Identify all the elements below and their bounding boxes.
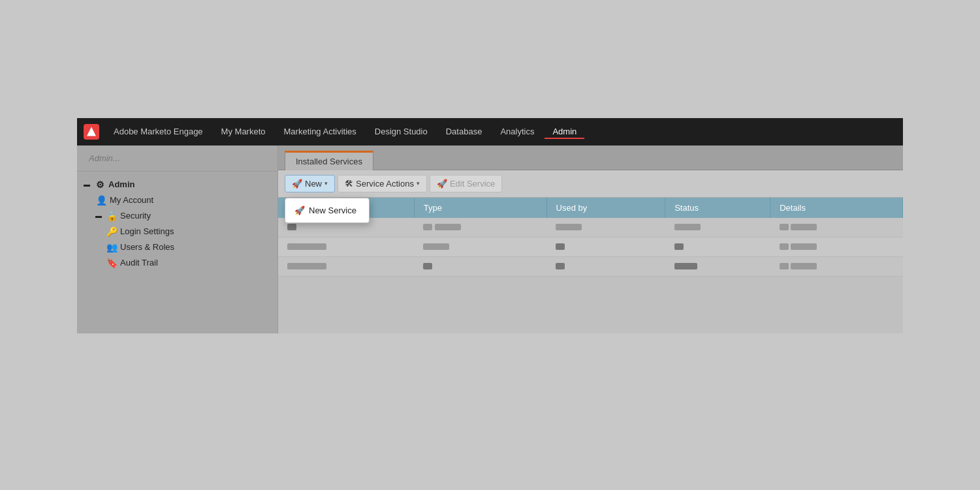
col-details: Details [770,198,903,218]
table-container: Name Type Used by Status Details [278,198,903,333]
tools-icon-actions: 🛠 [345,179,353,189]
cell-type-2 [414,237,546,256]
table-row[interactable] [278,237,903,256]
app-window: Adobe Marketo Engage My Marketo Marketin… [77,118,903,333]
cell-type-3 [414,256,546,276]
service-actions-button[interactable]: 🛠 Service Actions ▾ [338,175,427,192]
tab-installed-services-label: Installed Services [296,157,362,166]
cell-details-2 [770,237,903,256]
cell-name-3 [278,256,414,276]
service-actions-label: Service Actions [356,179,414,189]
toolbar: 🚀 New ▾ 🛠 Service Actions ▾ 🚀 Edit Servi… [278,170,903,198]
app-logo[interactable] [84,124,99,140]
bookmark-icon: 🔖 [106,258,118,268]
services-table: Name Type Used by Status Details [278,198,903,277]
tree-item-login-settings[interactable]: 🔑 Login Settings [77,224,277,239]
nav-admin[interactable]: Admin [545,124,584,139]
col-type: Type [414,198,546,218]
cell-type-1 [414,218,546,237]
nav-database[interactable]: Database [438,124,490,139]
tree-item-my-account[interactable]: 👤 My Account [77,192,277,208]
tree-label-security: Security [120,211,151,221]
new-chevron: ▾ [324,180,328,187]
tree-label-login-settings: Login Settings [120,226,174,236]
cell-status-2 [665,237,770,256]
nav-my-marketo[interactable]: My Marketo [213,124,274,139]
main-content: ▬ ⚙ Admin 👤 My Account ▬ 🔒 Security 🔑 Lo… [77,145,903,333]
new-button[interactable]: 🚀 New ▾ [285,175,335,192]
right-panel: Installed Services 🚀 New ▾ 🛠 Service Act… [278,145,903,333]
table-row[interactable] [278,256,903,276]
cell-usedby-3 [546,256,665,276]
nav-design-studio[interactable]: Design Studio [367,124,435,139]
table-header-row: Name Type Used by Status Details [278,198,903,218]
key-icon: 🔑 [106,226,118,237]
col-used-by: Used by [546,198,665,218]
col-status: Status [665,198,770,218]
edit-service-button[interactable]: 🚀 Edit Service [430,175,502,192]
sidebar-search-input[interactable] [84,151,271,166]
cell-status-3 [665,256,770,276]
sidebar-tree: ▬ ⚙ Admin 👤 My Account ▬ 🔒 Security 🔑 Lo… [77,172,277,276]
tree-label-users-roles: Users & Roles [120,242,174,252]
dropdown-new-service-label: New Service [309,206,356,215]
new-dropdown-menu: 🚀 New Service [285,198,370,223]
tab-installed-services[interactable]: Installed Services [285,151,373,170]
sidebar-search-area [77,145,277,172]
cell-usedby-2 [546,237,665,256]
sidebar: ▬ ⚙ Admin 👤 My Account ▬ 🔒 Security 🔑 Lo… [77,145,278,333]
tree-label-my-account: My Account [110,195,153,205]
rocket-icon-new: 🚀 [292,179,302,189]
top-nav: Adobe Marketo Engage My Marketo Marketin… [77,118,903,145]
cell-usedby-1 [546,218,665,237]
person-icon: 👤 [95,195,107,206]
new-label: New [305,179,322,189]
nav-analytics[interactable]: Analytics [492,124,542,139]
users-icon: 👥 [106,242,118,253]
cell-details-3 [770,256,903,276]
tree-item-audit-trail[interactable]: 🔖 Audit Trail [77,255,277,271]
cell-status-1 [665,218,770,237]
edit-service-label: Edit Service [450,179,495,189]
nav-app-name[interactable]: Adobe Marketo Engage [106,124,211,139]
collapse-icon-admin: ▬ [84,181,90,188]
rocket-icon-edit: 🚀 [437,179,447,189]
rocket-icon-dropdown: 🚀 [294,206,305,215]
tree-label-admin: Admin [108,179,134,189]
dropdown-item-new-service[interactable]: 🚀 New Service [285,201,369,220]
cell-details-1 [770,218,903,237]
table-row[interactable] [278,218,903,237]
service-actions-chevron: ▾ [417,180,420,187]
gear-icon: ⚙ [94,179,106,190]
tree-item-admin[interactable]: ▬ ⚙ Admin [77,177,277,192]
tree-item-users-roles[interactable]: 👥 Users & Roles [77,239,277,255]
tree-item-security[interactable]: ▬ 🔒 Security [77,208,277,224]
cell-name-2 [278,237,414,256]
tree-label-audit-trail: Audit Trail [120,258,158,268]
nav-marketing-activities[interactable]: Marketing Activities [276,124,364,139]
lock-icon: 🔒 [106,211,118,221]
tab-bar: Installed Services [278,145,903,170]
collapse-icon-security: ▬ [95,212,102,219]
